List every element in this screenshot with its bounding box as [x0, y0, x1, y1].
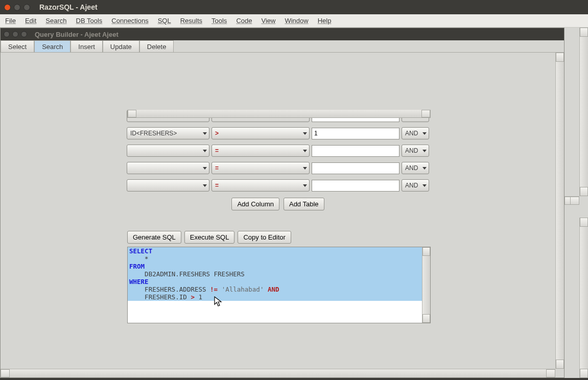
tab-update[interactable]: Update — [103, 40, 139, 52]
query-builder-window: Query Builder - Ajeet Ajeet Select Searc… — [0, 28, 565, 378]
menubar: File Edit Search DB Tools Connections SQ… — [0, 14, 588, 28]
criteria-row-4: = AND — [127, 179, 429, 192]
column-combo-2[interactable] — [127, 145, 209, 157]
chevron-down-icon — [422, 167, 427, 170]
generate-sql-button[interactable]: Generate SQL — [127, 231, 181, 244]
menu-help[interactable]: Help — [318, 17, 332, 25]
menu-sql[interactable]: SQL — [158, 17, 171, 25]
main-window-titlebar: RazorSQL - Ajeet — [0, 0, 588, 14]
add-column-button[interactable]: Add Column — [231, 198, 279, 210]
tab-search-label: Search — [42, 43, 63, 51]
tab-search[interactable]: Search — [34, 40, 70, 52]
sql-preview-pane: SELECT *FROM DB2ADMIN.FRESHERS FRESHERSW… — [127, 247, 431, 323]
menu-file[interactable]: File — [5, 17, 16, 25]
child-window-minimize-button[interactable] — [12, 31, 18, 37]
operator-combo-1[interactable]: > — [211, 127, 310, 139]
window-close-button[interactable] — [4, 4, 11, 11]
value-input-3[interactable] — [312, 162, 399, 174]
conjunction-combo-2-value: AND — [405, 147, 418, 154]
window-maximize-button[interactable] — [23, 4, 30, 11]
operator-combo-1-value: > — [215, 130, 219, 137]
tab-insert[interactable]: Insert — [70, 40, 103, 52]
chevron-down-icon — [422, 132, 427, 135]
operator-combo-2[interactable]: = — [211, 145, 310, 157]
add-table-button[interactable]: Add Table — [284, 198, 324, 210]
conjunction-combo-3-value: AND — [405, 164, 418, 172]
child-window-title: Query Builder - Ajeet Ajeet — [35, 31, 119, 38]
conjunction-combo-3[interactable]: AND — [402, 162, 429, 174]
chevron-down-icon — [303, 132, 307, 135]
chevron-down-icon — [203, 184, 207, 187]
menu-edit[interactable]: Edit — [25, 17, 36, 25]
conjunction-combo-4-value: AND — [405, 182, 418, 189]
menu-results[interactable]: Results — [180, 17, 202, 25]
chevron-down-icon — [203, 150, 207, 152]
chevron-down-icon — [303, 167, 307, 170]
menu-view[interactable]: View — [261, 17, 275, 25]
chevron-down-icon — [303, 150, 307, 152]
menu-tools[interactable]: Tools — [211, 17, 227, 25]
background-vertical-scrollbar-2[interactable] — [579, 218, 588, 378]
execute-sql-button[interactable]: Execute SQL — [184, 231, 235, 244]
chevron-down-icon — [422, 184, 427, 187]
tab-update-label: Update — [110, 43, 132, 51]
value-input-1[interactable] — [312, 128, 399, 139]
operator-combo-4-value: = — [215, 182, 219, 189]
content-horizontal-scrollbar[interactable] — [1, 369, 555, 377]
conjunction-combo-4[interactable]: AND — [402, 179, 429, 192]
tab-select-label: Select — [8, 43, 27, 51]
background-panel — [565, 28, 588, 378]
query-builder-content: ADDRESS<FRESHERS> != AND ID<FRESHERS> > … — [1, 53, 564, 377]
conjunction-combo-2[interactable]: AND — [402, 145, 429, 157]
tab-select[interactable]: Select — [1, 40, 34, 52]
sql-preview-text[interactable]: SELECT *FROM DB2ADMIN.FRESHERS FRESHERSW… — [128, 247, 422, 323]
operator-combo-2-value: = — [215, 147, 219, 154]
query-builder-tabstrip: Select Search Insert Update Delete — [1, 40, 564, 53]
operator-combo-4[interactable]: = — [211, 179, 310, 192]
child-window-titlebar: Query Builder - Ajeet Ajeet — [1, 28, 564, 40]
value-input-2[interactable] — [312, 145, 399, 157]
background-horizontal-scrollbar[interactable] — [565, 196, 579, 205]
column-combo-3[interactable] — [127, 162, 209, 174]
tab-delete-label: Delete — [147, 43, 167, 51]
tab-delete[interactable]: Delete — [139, 40, 174, 52]
tab-insert-label: Insert — [78, 43, 95, 51]
copy-to-editor-button[interactable]: Copy to Editor — [238, 231, 291, 244]
background-vertical-scrollbar[interactable] — [579, 28, 588, 196]
criteria-form: ADDRESS<FRESHERS> != AND ID<FRESHERS> > … — [1, 53, 555, 369]
content-vertical-scrollbar[interactable] — [555, 53, 564, 369]
conjunction-combo-1-value: AND — [405, 130, 418, 137]
column-combo-1[interactable]: ID<FRESHERS> — [127, 127, 209, 139]
conjunction-combo-1[interactable]: AND — [402, 127, 429, 139]
criteria-row-2: = AND — [127, 145, 429, 157]
operator-combo-3[interactable]: = — [211, 162, 310, 174]
criteria-row-1: ID<FRESHERS> > AND — [127, 127, 429, 139]
add-button-row: Add Column Add Table — [231, 198, 324, 210]
chevron-down-icon — [303, 184, 307, 187]
menu-db-tools[interactable]: DB Tools — [76, 17, 103, 25]
sql-button-row: Generate SQL Execute SQL Copy to Editor — [1, 231, 291, 244]
menu-connections[interactable]: Connections — [111, 17, 148, 25]
sql-horizontal-scrollbar[interactable] — [127, 110, 431, 118]
menu-code[interactable]: Code — [236, 17, 252, 25]
chevron-down-icon — [203, 167, 207, 170]
window-minimize-button[interactable] — [14, 4, 20, 11]
column-combo-4[interactable] — [127, 179, 209, 192]
child-window-maximize-button[interactable] — [21, 31, 27, 37]
menu-window[interactable]: Window — [285, 17, 308, 25]
sql-vertical-scrollbar[interactable] — [422, 247, 430, 323]
column-combo-1-value: ID<FRESHERS> — [130, 130, 177, 137]
menu-search[interactable]: Search — [45, 17, 66, 25]
criteria-row-3: = AND — [127, 162, 429, 174]
main-window-title: RazorSQL - Ajeet — [39, 3, 98, 11]
chevron-down-icon — [422, 150, 427, 152]
chevron-down-icon — [203, 132, 207, 135]
value-input-4[interactable] — [312, 180, 399, 192]
child-window-close-button[interactable] — [4, 31, 10, 37]
operator-combo-3-value: = — [215, 164, 219, 172]
